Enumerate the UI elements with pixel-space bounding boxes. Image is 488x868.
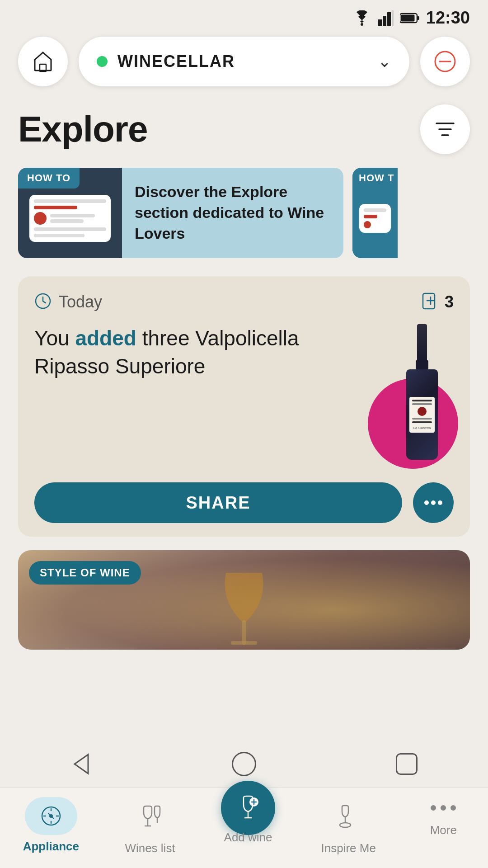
style-of-wine-badge: STYLE OF WINE (29, 561, 141, 585)
system-recents-button[interactable] (393, 750, 420, 778)
svg-marker-22 (75, 755, 88, 774)
label-circle (418, 407, 427, 416)
label-line-3 (412, 418, 432, 420)
label-text: La Casetta (413, 426, 431, 430)
dot-3 (438, 500, 442, 505)
compass-icon (40, 805, 62, 827)
nav-label-inspire-me: Inspire Me (321, 841, 375, 855)
svg-rect-1 (378, 19, 382, 26)
system-back-button[interactable] (68, 750, 95, 778)
activity-text: You added three Valpolicella Ripasso Sup… (34, 324, 354, 380)
svg-rect-24 (397, 754, 417, 774)
more-options-button[interactable] (413, 482, 454, 523)
label-line-1 (412, 400, 432, 401)
nav-item-more[interactable]: More (414, 797, 472, 837)
share-button-label: SHARE (186, 493, 250, 513)
filter-button[interactable] (420, 104, 470, 154)
wines-list-icon (138, 805, 162, 829)
status-icons: 12:30 (352, 8, 470, 28)
nav-label-wines-list: Wines list (125, 841, 175, 855)
bottom-nav: Appliance Wines list Add wine (0, 788, 488, 868)
activity-description: You added three Valpolicella Ripasso Sup… (34, 324, 345, 380)
add-wine-circle (221, 781, 275, 835)
nav-label-add-wine: Add wine (224, 830, 272, 844)
wine-glass-illustration (208, 568, 280, 650)
svg-point-0 (361, 23, 363, 26)
explore-header: Explore (0, 95, 488, 168)
howto-mockup (29, 195, 111, 242)
style-of-wine-card[interactable]: STYLE OF WINE (18, 550, 470, 650)
howto-badge: HOW TO (18, 168, 80, 189)
svg-point-23 (233, 753, 256, 776)
activity-body: You added three Valpolicella Ripasso Sup… (34, 324, 454, 469)
minus-button[interactable] (420, 37, 470, 86)
svg-rect-3 (387, 12, 391, 26)
mockup-icon-row-2 (364, 221, 386, 228)
howto-card-0[interactable]: HOW TO Discover the Explore section dedi… (18, 168, 343, 258)
add-wine-icon (235, 794, 262, 821)
status-bar: 12:30 (0, 0, 488, 32)
winecellar-selector[interactable]: WINECELLAR ⌄ (79, 37, 409, 86)
howto-card-image: HOW TO (18, 168, 122, 258)
more-dot-3 (450, 805, 456, 811)
minus-circle-icon (433, 50, 457, 73)
bottle-add-icon (422, 292, 439, 311)
mockup-bar-5 (34, 227, 106, 231)
battery-icon (400, 12, 420, 24)
svg-rect-6 (417, 16, 419, 20)
filter-icon (434, 118, 456, 141)
howto-card-description: Discover the Explore section dedicated t… (135, 182, 330, 244)
today-label: Today (59, 292, 102, 311)
svg-rect-4 (392, 10, 394, 26)
nav-label-appliance: Appliance (23, 840, 79, 854)
activity-today: Today (34, 292, 102, 311)
howto-card-1-image: HOW T (352, 168, 398, 258)
howto-card-1-partial[interactable]: HOW T (352, 168, 398, 258)
svg-rect-7 (401, 14, 414, 21)
howto-card-text: Discover the Explore section dedicated t… (122, 168, 343, 258)
inspire-me-icon (338, 805, 359, 829)
wifi-icon (352, 10, 372, 26)
signal-icon (378, 10, 394, 26)
chevron-down-icon: ⌄ (378, 52, 391, 71)
nav-item-wines-list[interactable]: Wines list (117, 797, 182, 855)
mockup-bar-4 (50, 219, 84, 223)
howto-cards-section: HOW TO Discover the Explore section dedi… (0, 168, 488, 272)
howto-card-1-badge: HOW T (352, 168, 398, 189)
recents-square-icon (393, 750, 420, 778)
bottle-label: La Casetta (409, 397, 435, 433)
home-circle-icon (230, 750, 258, 778)
winecellar-label: WINECELLAR (117, 52, 368, 71)
mockup-bar-8 (364, 215, 377, 218)
activity-footer: SHARE (34, 469, 454, 537)
top-nav: WINECELLAR ⌄ (0, 32, 488, 95)
nav-item-add-wine[interactable]: Add wine (214, 781, 282, 844)
mockup-bar-6 (34, 234, 84, 237)
bottle-neck (417, 324, 427, 360)
dot-2 (431, 500, 436, 505)
back-triangle-icon (68, 750, 95, 778)
bottle-capsule (416, 360, 428, 369)
more-icon-wrap (422, 797, 465, 819)
mockup-bar-1 (34, 199, 106, 203)
mockup-circle (34, 212, 47, 225)
nav-item-inspire-me[interactable]: Inspire Me (314, 797, 383, 855)
share-button[interactable]: SHARE (34, 482, 402, 523)
activity-highlight: added (75, 326, 136, 350)
online-indicator (97, 56, 108, 67)
system-home-button[interactable] (230, 750, 258, 778)
wine-bottle-visual: La Casetta (354, 324, 454, 469)
mockup-bar-7 (364, 208, 386, 212)
bottle-count-number: 3 (445, 292, 454, 311)
system-nav (0, 741, 488, 787)
mockup-icon-row (34, 212, 106, 225)
bottle-count: 3 (422, 292, 454, 311)
bottle-body: La Casetta (406, 369, 438, 460)
howto-mockup-2 (359, 204, 391, 233)
wines-list-icon-wrap (129, 797, 171, 837)
activity-header: Today 3 (34, 292, 454, 311)
dot-1 (424, 500, 429, 505)
home-button[interactable] (18, 37, 68, 86)
label-line-4 (412, 421, 432, 423)
nav-item-appliance[interactable]: Appliance (16, 797, 86, 854)
